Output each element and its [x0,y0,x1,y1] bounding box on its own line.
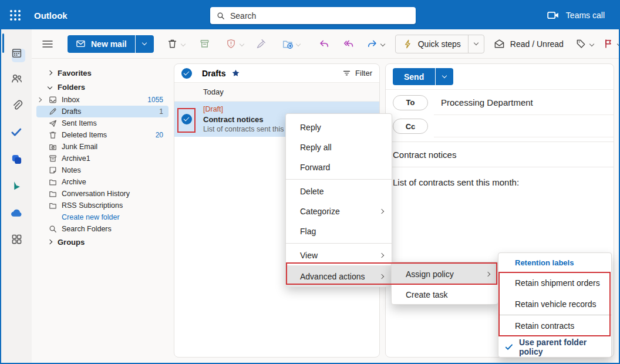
folders-group[interactable]: Folders [32,80,173,94]
archive-button[interactable] [197,36,213,52]
send-button[interactable]: Send [393,68,453,85]
bing-rail-button[interactable] [1,177,32,195]
favorite-star-icon[interactable] [231,69,240,77]
to-recipient[interactable]: Processing Department [441,97,533,107]
create-new-folder-link[interactable]: Create new folder [36,211,169,223]
folder-item-inbox[interactable]: Inbox 1055 [36,94,169,106]
send-dropdown[interactable] [436,68,453,85]
menu-item-retain-vehicle-records[interactable]: Retain vehicle records [498,294,611,315]
video-camera-icon [547,9,560,22]
item-count: 20 [156,131,169,139]
quick-steps-button[interactable]: Quick steps [395,35,484,53]
new-mail-button[interactable]: New mail [68,35,154,53]
move-to-dropdown[interactable] [296,42,300,46]
quick-steps-dropdown[interactable] [469,43,484,45]
microsoft365-rail-button[interactable] [1,150,32,168]
chevron-right-icon [48,70,52,75]
groups-group[interactable]: Groups [32,235,173,249]
menu-item-retain-contracts[interactable]: Retain contracts [498,315,611,336]
more-apps-rail-button[interactable] [1,230,32,248]
folder-icon [48,201,58,210]
folder-item-archive[interactable]: Archive [36,176,169,188]
open-envelope-icon [494,38,505,49]
message-body[interactable]: List of contracts sent this month: [386,167,614,197]
new-mail-dropdown[interactable] [136,35,154,53]
people-rail-button[interactable] [1,69,32,87]
new-mail-label: New mail [91,39,127,49]
date-group-header[interactable]: Today [174,83,379,102]
read-unread-button[interactable]: Read / Unread [494,38,564,49]
groups-label: Groups [58,238,85,247]
folder-item-archive1[interactable]: Archive1 [36,153,169,164]
message-subject: Contract notices [203,114,292,124]
folder-item-junk[interactable]: Junk Email [36,141,169,153]
folder-icon [48,189,58,198]
menu-item-advanced-actions[interactable]: Advanced actions [286,265,392,287]
folder-item-rss[interactable]: RSS Subscriptions [36,200,169,211]
reply-button[interactable] [316,36,332,52]
filter-button[interactable]: Filter [342,69,372,77]
menu-item-create-task[interactable]: Create task [392,285,498,305]
hamburger-icon [42,40,53,48]
paper-plane-icon [48,119,58,128]
message-preview: List of contracts sent this m [203,124,292,134]
folder-item-search-folders[interactable]: Search Folders [36,223,169,235]
report-dropdown[interactable] [240,42,244,46]
folder-item-conversation-history[interactable]: Conversation History [36,188,169,200]
reply-all-button[interactable] [341,36,356,52]
filter-icon [342,69,351,77]
list-title: Drafts [202,69,225,78]
calendar-rail-button[interactable] [1,44,32,62]
top-bar: Outlook Search Teams call [1,1,619,29]
menu-item-forward[interactable]: Forward [286,157,392,177]
onedrive-rail-button[interactable] [1,204,32,222]
message-checkbox[interactable] [181,114,192,124]
categorize-dropdown[interactable] [590,42,594,46]
report-button[interactable] [224,36,239,52]
flag-dropdown[interactable] [618,42,619,46]
flag-button[interactable] [601,36,616,52]
filter-label: Filter [355,69,372,77]
menu-item-retain-shipment-orders[interactable]: Retain shipment orders [498,272,611,294]
folder-item-drafts[interactable]: Drafts 1 [36,106,169,117]
folder-item-deleted[interactable]: Deleted Items 20 [36,129,169,141]
menu-item-reply-all[interactable]: Reply all [286,137,392,157]
folder-item-notes[interactable]: Notes [36,164,169,176]
submenu-chevron-icon [380,210,383,213]
pencil-icon [48,107,58,116]
forward-button[interactable] [365,36,380,52]
submenu-chevron-icon [486,272,490,276]
menu-item-use-parent-folder-policy[interactable]: Use parent folder policy [498,336,611,358]
app-launcher-button[interactable] [1,1,29,29]
cc-row: Cc [386,115,614,137]
select-all-checkbox[interactable] [181,68,192,79]
menu-separator [286,243,392,244]
menu-item-categorize[interactable]: Categorize [286,201,392,221]
categorize-button[interactable] [574,36,589,52]
menu-item-delete[interactable]: Delete [286,181,392,201]
menu-item-flag[interactable]: Flag [286,221,392,241]
menu-item-view[interactable]: View [286,245,392,265]
todo-rail-button[interactable] [1,123,32,141]
favorites-group[interactable]: Favorites [32,66,173,80]
menu-item-assign-policy[interactable]: Assign policy [392,263,498,285]
unread-count: 1055 [147,96,169,104]
move-folder-icon [282,38,294,50]
delete-dropdown[interactable] [181,42,185,46]
favorites-label: Favorites [58,69,92,77]
move-to-button[interactable] [280,36,295,52]
forward-dropdown[interactable] [381,42,385,46]
search-input[interactable]: Search [210,7,416,24]
folder-item-sent[interactable]: Sent Items [36,117,169,129]
menu-item-reply[interactable]: Reply [286,117,392,137]
delete-button[interactable] [165,36,180,52]
sweep-button[interactable] [254,36,269,52]
cc-button[interactable]: Cc [393,119,428,134]
files-rail-button[interactable] [1,96,32,114]
subject-field[interactable]: Contract notices [386,141,614,167]
to-button[interactable]: To [393,95,428,110]
read-unread-label: Read / Unread [510,39,564,49]
broom-icon [255,38,267,49]
teams-call-button[interactable]: Teams call [547,1,605,29]
hamburger-menu-button[interactable] [40,36,55,52]
